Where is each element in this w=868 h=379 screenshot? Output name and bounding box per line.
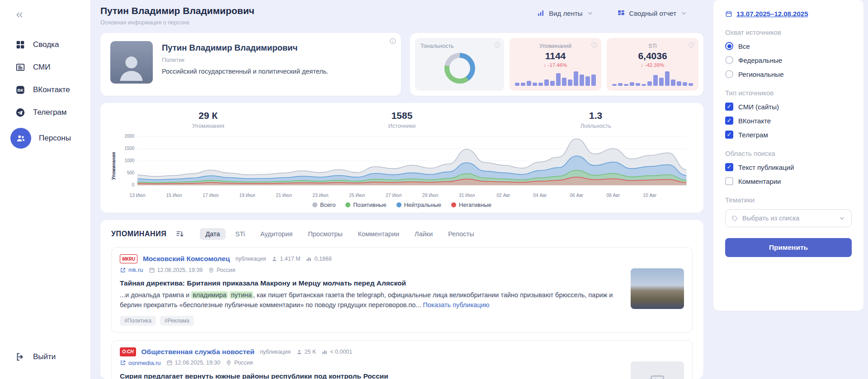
mentions-sort-tab-0[interactable]: Дата (200, 228, 225, 240)
source-link[interactable]: Московский Комсомолец (143, 255, 230, 263)
option-label: СМИ (сайты) (738, 103, 779, 111)
mentions-section-title: УПОМИНАНИЯ (111, 230, 166, 238)
svg-text:15 Июл: 15 Июл (166, 193, 182, 198)
post-thumbnail (631, 361, 684, 379)
mentions-sort-tab-3[interactable]: Просмотры (302, 228, 348, 240)
post-tag[interactable]: #Политика (120, 316, 156, 326)
grid-icon (15, 40, 25, 50)
post-tags: #Политика#Реклама (120, 316, 620, 326)
source-types-section-title: Тип источников (725, 89, 852, 97)
svg-text:1500: 1500 (124, 146, 134, 151)
topics-select[interactable]: Выбрать из списка (725, 209, 852, 227)
sidebar-item-summary[interactable]: Сводка (0, 33, 90, 56)
info-icon[interactable] (389, 37, 396, 45)
option-label: Региональные (738, 70, 783, 78)
audience-icon (271, 256, 278, 262)
mentions-sort-tab-1[interactable]: STi (230, 228, 250, 240)
option-label: Телеграм (738, 131, 768, 139)
mini-bar (636, 83, 640, 86)
svg-text:25 Июл: 25 Июл (349, 193, 365, 198)
mini-bar (647, 81, 652, 86)
mini-bar (562, 78, 566, 86)
info-icon[interactable] (591, 42, 598, 48)
info-icon[interactable] (494, 42, 500, 48)
post-type-label: публикация (236, 256, 266, 262)
sti-kpi-delta: ↓ -42.39% (641, 62, 665, 68)
sti-kpi-tile: STi 6,4036 ↓ -42.39% (607, 38, 698, 91)
checkbox-icon: ✓ (725, 131, 733, 139)
mini-bar (665, 71, 670, 86)
post-tag[interactable]: #Реклама (160, 316, 194, 326)
domain-link[interactable]: mk.ru (120, 267, 143, 273)
domain-link[interactable]: osnmedia.ru (120, 360, 161, 366)
svg-text:23 Июл: 23 Июл (312, 193, 328, 198)
collapse-sidebar-button[interactable] (14, 10, 24, 20)
source-type-checkbox-0[interactable]: ✓СМИ (сайты) (725, 103, 852, 111)
stat-label: Лояльность (499, 123, 693, 129)
coverage-radio-0[interactable]: Все (725, 42, 852, 50)
sidebar-item-logout[interactable]: Выйти (0, 346, 90, 368)
svg-text:04 Авг: 04 Авг (533, 193, 547, 198)
post-date: 12.08.2025, 19:39 (149, 267, 203, 273)
mentions-sort-tab-6[interactable]: Репосты (443, 228, 479, 240)
source-link[interactable]: Общественная служба новостей (142, 348, 255, 356)
sidebar-item-telegram[interactable]: Телеграм (0, 101, 90, 124)
mentions-chart-svg: 050010001500200013 Июл15 Июл17 Июл19 Июл… (117, 132, 693, 201)
stat-label: Источники (305, 123, 499, 129)
stat-value: 1.3 (499, 110, 693, 121)
checkbox-icon: ✓ (725, 103, 733, 111)
legend-item[interactable]: Позитивные (345, 201, 387, 208)
stat-value: 29 К (111, 110, 305, 121)
coverage-radio-1[interactable]: Федеральные (725, 56, 852, 64)
chevron-down-icon (587, 10, 594, 17)
search-area-checkbox-0[interactable]: ✓Текст публикаций (725, 163, 852, 171)
info-icon[interactable] (688, 42, 695, 48)
mentions-sort-tab-5[interactable]: Лайки (409, 228, 438, 240)
checkbox-icon: ✓ (725, 163, 733, 171)
apply-button[interactable]: Применить (725, 238, 852, 257)
coverage-radio-2[interactable]: Региональные (725, 70, 852, 78)
svg-text:31 Июл: 31 Июл (459, 193, 475, 198)
feed-view-dropdown[interactable]: Вид ленты (537, 9, 593, 17)
source-type-checkbox-1[interactable]: ✓ВКонтакте (725, 117, 852, 125)
checkbox-icon (725, 177, 733, 185)
legend-item[interactable]: Нейтральные (396, 201, 441, 208)
sidebar-item-persons[interactable]: Персоны (0, 124, 90, 153)
svg-text:19 Июл: 19 Июл (239, 193, 255, 198)
source-type-checkbox-2[interactable]: ✓Телеграм (725, 131, 852, 139)
mentions-sort-tab-2[interactable]: Аудитория (255, 228, 298, 240)
mentions-sort-tab-4[interactable]: Комментарии (353, 228, 405, 240)
mentions-kpi-tile: Упоминаний 1144 ↓ -17.46% (509, 38, 601, 91)
legend-item[interactable]: Негативные (451, 201, 491, 208)
mini-bar (544, 80, 549, 86)
mini-bar (550, 81, 555, 86)
option-label: Текст публикаций (738, 164, 794, 171)
mentions-kpi-value: 1144 (545, 51, 566, 61)
summary-report-label: Сводный отчет (629, 9, 676, 17)
legend-item[interactable]: Всего (312, 201, 335, 208)
search-area-checkbox-1[interactable]: Комментарии (725, 177, 852, 185)
radio-icon (725, 56, 733, 64)
post-type-label: публикация (260, 349, 291, 355)
mini-bar (568, 80, 572, 86)
tonality-title: Тональность (420, 43, 454, 49)
show-publication-link[interactable]: Показать публикацию (423, 301, 490, 309)
tag-icon (731, 215, 738, 222)
mini-bar (683, 82, 687, 86)
mentions-kpi-title: Упоминаний (539, 43, 571, 49)
sti-kpi-title: STi (648, 43, 656, 49)
post-title: Тайная директива: Британия приказала Мак… (120, 279, 620, 287)
search-area-section-title: Область поиска (725, 150, 852, 157)
mini-bar (574, 71, 578, 86)
person-card: Путин Владимир Владимирович Политик Росс… (100, 33, 401, 96)
mentions-mini-bar-chart (515, 71, 596, 86)
summary-report-dropdown[interactable]: Сводный отчет (617, 9, 687, 17)
date-range-picker[interactable]: 13.07.2025–12.08.2025 (725, 10, 852, 18)
coverage-options: ВсеФедеральныеРегиональные (725, 42, 852, 78)
sidebar-item-vk[interactable]: ВКВКонтакте (0, 79, 90, 101)
mentions-tabs: ДатаSTiАудиторияПросмотрыКомментарииЛайк… (200, 228, 479, 240)
mini-bar (624, 84, 628, 86)
sort-icon[interactable] (175, 229, 184, 239)
sidebar-item-smi[interactable]: СМИ (0, 56, 90, 79)
kpi-card: Тональность Упоминаний 1144 ↓ -17.46% (410, 33, 703, 96)
